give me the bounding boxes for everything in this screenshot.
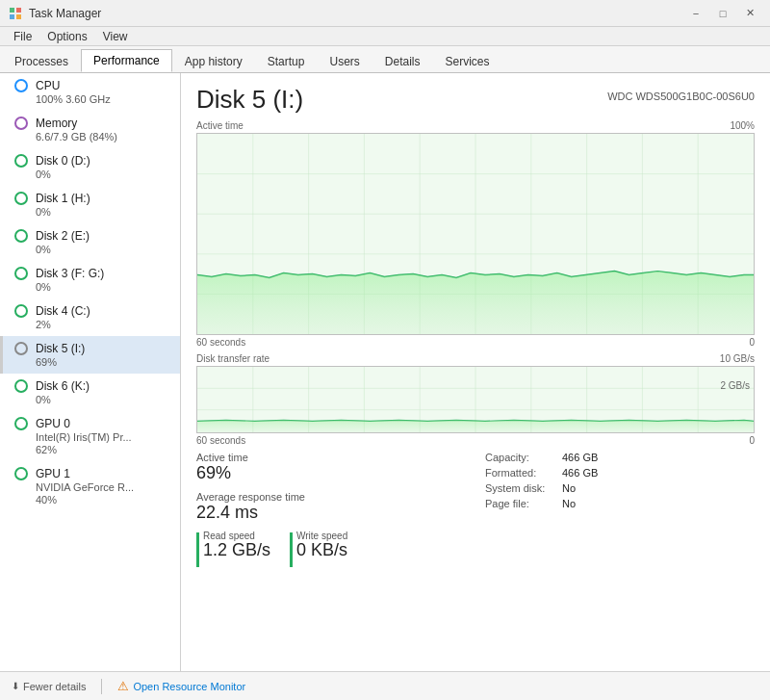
maximize-button[interactable]: □	[710, 5, 735, 22]
minimize-button[interactable]: −	[683, 5, 708, 22]
svg-rect-0	[10, 8, 14, 13]
tab-startup[interactable]: Startup	[255, 49, 318, 72]
chart2-grid	[197, 367, 754, 432]
gpu0-model: Intel(R) Iris(TM) Pr...	[36, 431, 172, 443]
disk1-value: 0%	[36, 206, 172, 218]
disk1-indicator	[14, 192, 28, 205]
memory-indicator	[14, 117, 28, 130]
tab-users[interactable]: Users	[317, 49, 372, 72]
open-resource-monitor-button[interactable]: ⚠ Open Resource Monitor	[117, 679, 245, 693]
gpu1-indicator	[14, 467, 28, 480]
disk0-value: 0%	[36, 169, 172, 180]
menu-options[interactable]: Options	[39, 27, 94, 45]
capacity-stat: Capacity: 466 GB	[485, 452, 755, 463]
page-file-label: Page file:	[485, 498, 558, 509]
sidebar: CPU 100% 3.60 GHz Memory 6.6/7.9 GB (84%…	[0, 73, 181, 671]
disk4-value: 2%	[36, 319, 172, 330]
sidebar-item-disk0[interactable]: Disk 0 (D:) 0%	[0, 148, 180, 186]
open-resource-monitor-label: Open Resource Monitor	[133, 681, 245, 692]
write-speed-value: 0 KB/s	[296, 541, 347, 560]
capacity-label: Capacity:	[485, 452, 558, 463]
chart2-mid-label: 2 GB/s	[720, 380, 750, 391]
gpu1-usage: 40%	[36, 494, 172, 506]
sidebar-item-disk1[interactable]: Disk 1 (H:) 0%	[0, 186, 180, 223]
svg-rect-1	[16, 8, 21, 13]
sidebar-item-disk2[interactable]: Disk 2 (E:) 0%	[0, 223, 180, 261]
menu-bar: File Options View	[0, 27, 770, 46]
disk6-indicator	[14, 379, 28, 393]
gpu1-label: GPU 1	[36, 467, 70, 480]
cpu-label: CPU	[36, 79, 60, 92]
avg-response-stat-value: 22.4 ms	[196, 503, 466, 523]
sidebar-item-disk5[interactable]: Disk 5 (I:) 69%	[0, 336, 180, 374]
tab-services[interactable]: Services	[433, 49, 502, 72]
tab-processes[interactable]: Processes	[2, 49, 81, 72]
disk-model: WDC WDS500G1B0C-00S6U0	[607, 91, 755, 102]
disk5-indicator	[14, 342, 28, 355]
window-controls: − □ ✕	[683, 5, 762, 22]
sidebar-item-gpu1[interactable]: GPU 1 NVIDIA GeForce R... 40%	[0, 461, 180, 511]
transfer-rate-chart-section: Disk transfer rate 10 GB/s	[196, 353, 755, 446]
write-bar	[290, 532, 293, 567]
fewer-details-label: Fewer details	[23, 681, 86, 692]
disk4-indicator	[14, 304, 28, 318]
read-speed-item: Read speed 1.2 GB/s	[196, 531, 270, 567]
sidebar-item-gpu0[interactable]: GPU 0 Intel(R) Iris(TM) Pr... 62%	[0, 411, 180, 461]
chevron-down-icon: ⬇	[12, 681, 19, 691]
stat-col-left: Active time 69% Average response time 22…	[196, 452, 466, 567]
avg-response-stat-label: Average response time	[196, 491, 466, 503]
svg-marker-17	[197, 272, 754, 334]
disk3-indicator	[14, 267, 28, 280]
active-time-label: Active time	[196, 120, 244, 131]
memory-value: 6.6/7.9 GB (84%)	[36, 131, 172, 143]
read-bar	[196, 532, 199, 567]
bottom-separator	[101, 679, 102, 694]
title-bar: Task Manager − □ ✕	[0, 0, 770, 27]
sidebar-item-memory[interactable]: Memory 6.6/7.9 GB (84%)	[0, 111, 180, 148]
bottom-bar: ⬇ Fewer details ⚠ Open Resource Monitor	[0, 671, 770, 700]
active-time-stat-value: 69%	[196, 463, 466, 483]
chart2-time-left: 60 seconds	[196, 435, 245, 446]
taskmanager-icon	[8, 6, 23, 21]
tab-app-history[interactable]: App history	[172, 49, 255, 72]
active-time-stat-label: Active time	[196, 452, 466, 463]
system-disk-stat: System disk: No	[485, 482, 755, 494]
disk4-label: Disk 4 (C:)	[36, 304, 90, 318]
gpu1-model: NVIDIA GeForce R...	[36, 481, 172, 493]
disk2-value: 0%	[36, 244, 172, 255]
main-area: CPU 100% 3.60 GHz Memory 6.6/7.9 GB (84%…	[0, 73, 770, 671]
window-title: Task Manager	[29, 7, 683, 20]
disk-title: Disk 5 (I:)	[196, 85, 303, 115]
transfer-rate-label: Disk transfer rate	[196, 353, 270, 364]
sidebar-item-disk3[interactable]: Disk 3 (F: G:) 0%	[0, 261, 180, 298]
disk2-label: Disk 2 (E:)	[36, 229, 90, 243]
content-area: Disk 5 (I:) WDC WDS500G1B0C-00S6U0 Activ…	[181, 73, 770, 671]
capacity-value: 466 GB	[562, 452, 598, 463]
menu-view[interactable]: View	[95, 27, 136, 45]
chart1-time-right: 0	[749, 337, 755, 348]
content-header: Disk 5 (I:) WDC WDS500G1B0C-00S6U0	[196, 85, 755, 115]
gpu0-label: GPU 0	[36, 417, 70, 430]
transfer-rate-chart: 2 GB/s	[196, 366, 755, 433]
sidebar-item-disk4[interactable]: Disk 4 (C:) 2%	[0, 298, 180, 336]
sidebar-item-disk6[interactable]: Disk 6 (K:) 0%	[0, 374, 180, 411]
gpu0-indicator	[14, 417, 28, 430]
disk6-label: Disk 6 (K:)	[36, 379, 90, 393]
system-disk-label: System disk:	[485, 482, 558, 494]
fewer-details-button[interactable]: ⬇ Fewer details	[12, 681, 86, 692]
close-button[interactable]: ✕	[737, 5, 762, 22]
stat-col-right: Capacity: 466 GB Formatted: 466 GB Syste…	[466, 452, 755, 567]
svg-rect-3	[16, 14, 21, 19]
disk0-indicator	[14, 154, 28, 168]
disk1-label: Disk 1 (H:)	[36, 192, 90, 205]
read-write-row: Read speed 1.2 GB/s Write speed 0 KB/s	[196, 531, 466, 567]
transfer-rate-max: 10 GB/s	[720, 353, 755, 364]
stat-avg-response: Average response time 22.4 ms	[196, 491, 466, 523]
formatted-label: Formatted:	[485, 467, 558, 479]
sidebar-item-cpu[interactable]: CPU 100% 3.60 GHz	[0, 73, 180, 111]
write-speed-item: Write speed 0 KB/s	[290, 531, 347, 567]
formatted-stat: Formatted: 466 GB	[485, 467, 755, 479]
tab-performance[interactable]: Performance	[81, 49, 172, 72]
menu-file[interactable]: File	[6, 27, 39, 45]
tab-details[interactable]: Details	[372, 49, 433, 72]
